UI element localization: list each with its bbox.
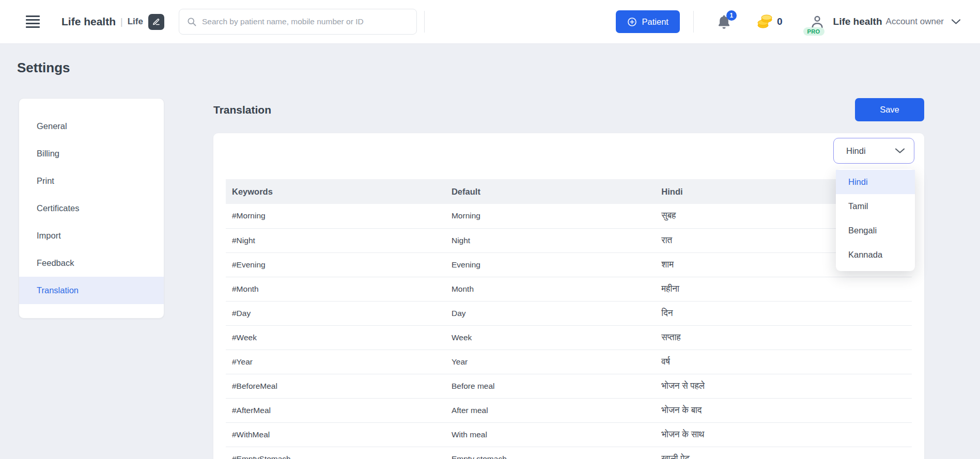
translation-cell[interactable]: सप्ताह xyxy=(655,325,912,350)
keyword-cell: #Morning xyxy=(226,204,445,228)
language-dropdown-menu: Hindi Tamil Bengali Kannada xyxy=(836,169,915,271)
column-header-keywords: Keywords xyxy=(226,179,445,204)
credits-indicator[interactable]: 0 xyxy=(756,14,783,29)
brand: Life health | Life xyxy=(61,14,164,30)
translation-cell[interactable]: दिन xyxy=(655,301,912,325)
account-name: Life health xyxy=(833,16,882,27)
default-cell: Day xyxy=(445,301,655,325)
top-bar-right: Patient 1 0 xyxy=(616,10,961,33)
keyword-cell: #WithMeal xyxy=(226,422,445,447)
avatar: PRO xyxy=(810,14,825,29)
table-row: #BeforeMeal Before meal भोजन से पहले xyxy=(226,374,912,398)
translation-panel: Hindi Hindi Tamil Bengali Kannada xyxy=(213,133,924,459)
keyword-cell: #AfterMeal xyxy=(226,398,445,422)
default-cell: Before meal xyxy=(445,374,655,398)
keyword-cell: #Night xyxy=(226,228,445,252)
account-role: Account owner xyxy=(886,17,944,27)
translation-cell[interactable]: महीना xyxy=(655,277,912,301)
save-button[interactable]: Save xyxy=(855,98,924,121)
sidebar-item-billing[interactable]: Billing xyxy=(19,140,164,167)
translation-section: Translation Save Hindi Hindi Tamil Beng xyxy=(213,98,924,459)
plus-circle-icon xyxy=(627,17,637,27)
search-icon xyxy=(186,17,197,27)
keyword-cell: #Year xyxy=(226,350,445,374)
translation-table: Keywords Default Hindi #Morning Morning … xyxy=(226,179,912,459)
chevron-down-icon xyxy=(895,148,905,154)
keyword-cell: #Day xyxy=(226,301,445,325)
default-cell: Evening xyxy=(445,252,655,277)
table-row: #Morning Morning सुबह xyxy=(226,204,912,228)
default-cell: Week xyxy=(445,325,655,350)
settings-sidebar: General Billing Print Certificates Impor… xyxy=(19,98,164,319)
default-cell: With meal xyxy=(445,422,655,447)
sidebar-item-print[interactable]: Print xyxy=(19,167,164,195)
table-row: #Evening Evening शाम xyxy=(226,252,912,277)
language-option-tamil[interactable]: Tamil xyxy=(836,194,915,218)
translation-cell[interactable]: वर्ष xyxy=(655,350,912,374)
pencil-icon xyxy=(152,18,160,26)
translation-cell[interactable]: खाली पेट xyxy=(655,447,912,459)
edit-workspace-button[interactable] xyxy=(148,14,164,30)
keyword-cell: #BeforeMeal xyxy=(226,374,445,398)
default-cell: Night xyxy=(445,228,655,252)
translation-cell[interactable]: भोजन के साथ xyxy=(655,422,912,447)
table-row: #WithMeal With meal भोजन के साथ xyxy=(226,422,912,447)
sidebar-item-import[interactable]: Import xyxy=(19,222,164,249)
table-row: #Year Year वर्ष xyxy=(226,350,912,374)
keyword-cell: #Month xyxy=(226,277,445,301)
sidebar-item-certificates[interactable]: Certificates xyxy=(19,195,164,222)
workspace-name: Life xyxy=(128,17,143,27)
notification-badge: 1 xyxy=(726,10,737,21)
default-cell: Month xyxy=(445,277,655,301)
sidebar-item-translation[interactable]: Translation xyxy=(19,277,164,304)
sidebar-item-general[interactable]: General xyxy=(19,113,164,140)
divider xyxy=(693,11,694,33)
page-title: Settings xyxy=(17,60,980,76)
account-menu[interactable]: PRO Life health Account owner xyxy=(810,14,961,29)
app-name: Life health xyxy=(61,15,116,28)
keyword-cell: #Evening xyxy=(226,252,445,277)
language-select[interactable]: Hindi xyxy=(833,138,914,164)
translation-table-wrap: Keywords Default Hindi #Morning Morning … xyxy=(226,179,912,459)
table-header-row: Keywords Default Hindi xyxy=(226,179,912,204)
sidebar-item-feedback[interactable]: Feedback xyxy=(19,249,164,277)
default-cell: Morning xyxy=(445,204,655,228)
column-header-default: Default xyxy=(445,179,655,204)
table-row: #EmptyStomach Empty stomach खाली पेट xyxy=(226,447,912,459)
top-bar: Life health | Life xyxy=(0,0,980,44)
settings-layout: General Billing Print Certificates Impor… xyxy=(0,98,980,459)
default-cell: Year xyxy=(445,350,655,374)
translation-cell[interactable]: भोजन से पहले xyxy=(655,374,912,398)
language-option-bengali[interactable]: Bengali xyxy=(836,218,915,243)
menu-icon[interactable] xyxy=(26,13,40,30)
table-row: #Month Month महीना xyxy=(226,277,912,301)
pro-badge: PRO xyxy=(803,27,825,36)
language-option-hindi[interactable]: Hindi xyxy=(836,170,915,194)
chevron-down-icon xyxy=(951,19,961,25)
table-row: #AfterMeal After meal भोजन के बाद xyxy=(226,398,912,422)
coins-icon xyxy=(756,14,773,29)
language-select-value: Hindi xyxy=(846,146,866,156)
brand-separator: | xyxy=(120,17,123,27)
keyword-cell: #EmptyStomach xyxy=(226,447,445,459)
default-cell: Empty stomach xyxy=(445,447,655,459)
section-title: Translation xyxy=(213,104,271,116)
notifications-button[interactable]: 1 xyxy=(717,14,732,30)
translation-cell[interactable]: भोजन के बाद xyxy=(655,398,912,422)
table-row: #Day Day दिन xyxy=(226,301,912,325)
add-patient-label: Patient xyxy=(642,17,668,27)
add-patient-button[interactable]: Patient xyxy=(616,10,680,33)
language-option-kannada[interactable]: Kannada xyxy=(836,243,915,267)
default-cell: After meal xyxy=(445,398,655,422)
keyword-cell: #Week xyxy=(226,325,445,350)
divider xyxy=(424,11,425,33)
search-input[interactable] xyxy=(202,17,409,26)
table-row: #Night Night रात xyxy=(226,228,912,252)
table-row: #Week Week सप्ताह xyxy=(226,325,912,350)
credits-count: 0 xyxy=(777,16,783,27)
patient-search[interactable] xyxy=(179,9,417,35)
